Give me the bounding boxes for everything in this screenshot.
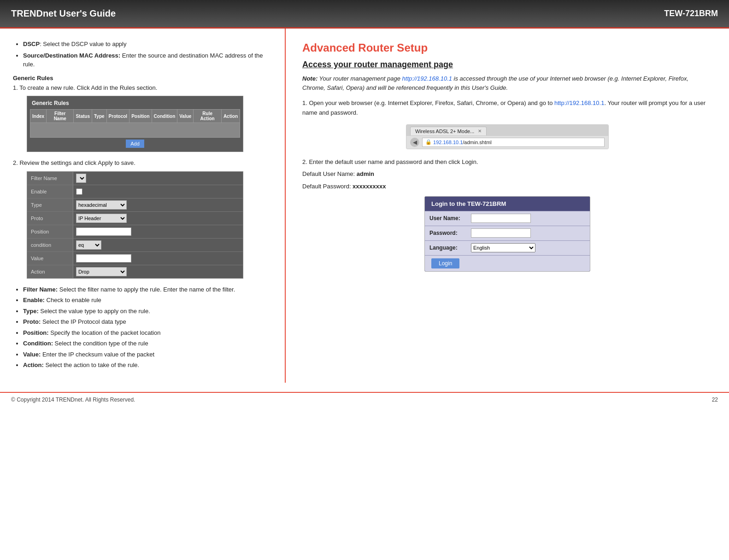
col-position: Position: [129, 110, 152, 123]
action-label: Action: [27, 265, 73, 278]
copyright-text: © Copyright 2014 TRENDnet. All Rights Re…: [11, 397, 135, 403]
login-button[interactable]: Login: [431, 258, 459, 268]
action-value: Drop: [73, 266, 243, 277]
add-button[interactable]: Add: [126, 140, 144, 148]
form-row-value: Value: [27, 252, 243, 265]
advanced-router-heading: Advanced Router Setup: [302, 41, 712, 54]
col-filter-name: Filter Name: [47, 110, 74, 123]
page-footer: © Copyright 2014 TRENDnet. All Rights Re…: [0, 392, 729, 407]
position-value: [73, 227, 243, 237]
login-username-row: User Name:: [425, 211, 590, 226]
bullet-mac: Source/Destination MAC Address: Enter th…: [23, 51, 272, 69]
type-label: Type: [27, 198, 73, 211]
username-input[interactable]: [471, 214, 531, 223]
position-label: Position: [27, 225, 73, 238]
type-select[interactable]: hexadecimal: [76, 200, 127, 210]
position-input[interactable]: [76, 228, 131, 236]
default-password-value: xxxxxxxxxx: [353, 183, 386, 190]
language-label: Language:: [425, 243, 471, 253]
value-label: Value: [27, 252, 73, 265]
language-select[interactable]: English: [471, 243, 535, 252]
main-content: DSCP: Select the DSCP value to apply Sou…: [0, 29, 729, 383]
condition-value: eq: [73, 239, 243, 251]
browser-nav: ◀ 🔒 192.168.10.1/admin.shtml: [406, 135, 608, 149]
model-number: TEW-721BRM: [664, 9, 718, 18]
login-box: Login to the TEW-721BRM User Name: Passw…: [424, 196, 590, 272]
note-link[interactable]: http://192.168.10.1: [402, 75, 452, 82]
bullet-dscp: DSCP: Select the DSCP value to apply: [23, 40, 272, 49]
step1-text: 1. To create a new rule. Click Add in th…: [13, 83, 272, 93]
proto-label: Proto: [27, 212, 73, 225]
form-row-type: Type hexadecimal: [27, 198, 243, 212]
step1-body-text: 1. Open your web browser (e.g. Internet …: [302, 99, 712, 118]
top-bullet-list: DSCP: Select the DSCP value to apply Sou…: [13, 40, 272, 69]
browser-url-bar: 🔒 192.168.10.1/admin.shtml: [422, 138, 605, 147]
page-number: 22: [712, 397, 718, 403]
bullet-filter-name: Filter Name: Select the filter name to a…: [23, 285, 272, 294]
type-value: hexadecimal: [73, 199, 243, 210]
default-password-line: Default Password: xxxxxxxxxx: [302, 182, 712, 192]
bullet-position: Position: Specify the location of the pa…: [23, 328, 272, 338]
browser-tab-bar: Wireless ADSL 2+ Mode... ✕: [406, 125, 608, 135]
form-row-condition: condition eq: [27, 239, 243, 252]
access-router-subheading: Access your router management page: [302, 60, 712, 70]
default-username-line: Default User Name: admin: [302, 169, 712, 179]
filter-name-value: ▼: [73, 173, 243, 184]
col-action: Action: [221, 110, 240, 123]
form-row-enable: Enable: [27, 185, 243, 198]
guide-title: TRENDnet User's Guide: [11, 8, 116, 19]
browser-close-icon[interactable]: ✕: [478, 128, 482, 134]
enable-value: [73, 187, 243, 196]
generic-rules-box: Generic Rules Index Filter Name Status T…: [27, 96, 243, 152]
step2-text: 2. Review the settings and click Apply t…: [13, 158, 272, 168]
col-value: Value: [177, 110, 194, 123]
step2-body-text: 2. Enter the default user name and passw…: [302, 158, 712, 167]
col-protocol: Protocol: [106, 110, 129, 123]
password-input[interactable]: [471, 228, 531, 238]
login-title: Login to the TEW-721BRM: [425, 197, 590, 211]
url-host: 192.168.10.1: [433, 140, 463, 145]
url-path: /admin.shtml: [463, 140, 491, 145]
col-condition: Condition: [152, 110, 177, 123]
condition-label: condition: [27, 239, 73, 251]
bullet-enable: Enable: Check to enable rule: [23, 296, 272, 305]
col-index: Index: [30, 110, 47, 123]
proto-value: IP Header: [73, 213, 243, 224]
condition-select[interactable]: eq: [76, 240, 101, 250]
enable-checkbox[interactable]: [76, 188, 82, 195]
browser-back-icon[interactable]: ◀: [410, 138, 419, 147]
default-username-value: admin: [357, 170, 374, 177]
form-row-action: Action Drop: [27, 265, 243, 278]
bullet-type: Type: Select the value type to apply on …: [23, 307, 272, 316]
bottom-bullet-list: Filter Name: Select the filter name to a…: [13, 285, 272, 370]
action-select[interactable]: Drop: [76, 267, 127, 276]
col-status: Status: [74, 110, 92, 123]
value-input[interactable]: [76, 254, 131, 262]
browser-tab-label: Wireless ADSL 2+ Mode...: [415, 128, 474, 134]
form-row-filter-name: Filter Name ▼: [27, 172, 243, 185]
proto-select[interactable]: IP Header: [76, 214, 127, 223]
page-header: TRENDnet User's Guide TEW-721BRM: [0, 0, 729, 29]
generic-rules-heading: Generic Rules: [13, 75, 272, 82]
password-label: Password:: [425, 228, 471, 238]
filter-name-label: Filter Name: [27, 172, 73, 185]
value-field: [73, 253, 243, 263]
step1-url-link[interactable]: http://192.168.10.1: [554, 99, 604, 106]
col-rule-action: Rule Action: [194, 110, 221, 123]
generic-rules-table: Index Filter Name Status Type Protocol P…: [30, 109, 240, 138]
username-label: User Name:: [425, 213, 471, 223]
left-column: DSCP: Select the DSCP value to apply Sou…: [0, 29, 286, 383]
enable-label: Enable: [27, 185, 73, 198]
form-row-proto: Proto IP Header: [27, 212, 243, 225]
generic-rules-title: Generic Rules: [30, 99, 240, 107]
bullet-action: Action: Select the action to take of the…: [23, 361, 272, 370]
login-button-row: Login: [425, 255, 590, 271]
browser-tab: Wireless ADSL 2+ Mode... ✕: [410, 127, 487, 135]
login-password-row: Password:: [425, 226, 590, 240]
filter-name-select[interactable]: ▼: [76, 174, 86, 183]
bullet-condition: Condition: Select the condition type of …: [23, 339, 272, 348]
settings-form-box: Filter Name ▼ Enable Type hex: [27, 171, 243, 279]
col-type: Type: [92, 110, 106, 123]
login-language-row: Language: English: [425, 240, 590, 255]
bullet-proto: Proto: Select the IP Protocol data type: [23, 317, 272, 327]
